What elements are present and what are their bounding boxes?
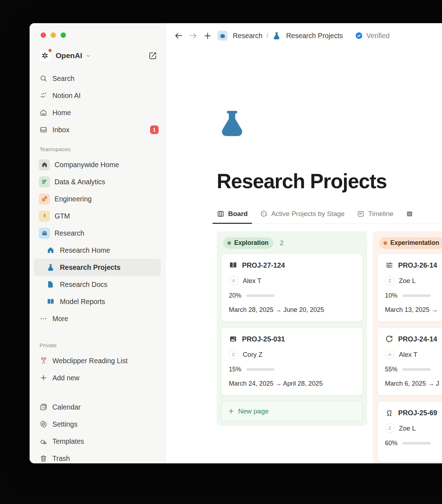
card-date-range: March 13, 2025 → — [385, 306, 442, 314]
new-page-button[interactable]: New page — [221, 401, 363, 421]
ellipsis-icon — [39, 315, 48, 323]
board-card[interactable]: PROJ-24-14 A Alex T 55% March 6, 2025 → … — [377, 327, 442, 396]
sidebar-item-label: Research Projects — [60, 263, 120, 272]
sidebar-item-notion-ai[interactable]: Notion AI — [30, 87, 165, 104]
plus-icon[interactable] — [203, 31, 212, 40]
refresh-icon — [385, 335, 394, 343]
progress-percent: 20% — [229, 292, 241, 299]
openai-logo — [39, 50, 51, 62]
plus-icon — [228, 408, 235, 415]
notion-window: OpenAI Search — [30, 23, 442, 463]
research-teamspace-icon[interactable] — [217, 31, 227, 41]
column-status-pill[interactable]: Experimentation — [379, 237, 442, 249]
progress-percent: 15% — [229, 366, 241, 373]
tab-label: Timeline — [368, 210, 394, 218]
inbox-unread-badge: 1 — [150, 125, 159, 134]
sidebar-item-home[interactable]: Home — [30, 104, 165, 121]
assignee-name: Zoe L — [399, 277, 416, 285]
sidebar-item-more[interactable]: More — [30, 310, 165, 327]
sidebar-item-settings[interactable]: Settings — [30, 416, 165, 433]
column-header: Experimentation — [379, 237, 442, 249]
avatar: Z — [385, 276, 395, 286]
status-dot — [227, 241, 231, 245]
sidebar-item-research-home[interactable]: Research Home — [34, 242, 161, 259]
card-title: PROJ-24-14 — [398, 335, 437, 343]
teamspace-label: GTM — [55, 212, 70, 220]
timeline-view-icon — [357, 210, 365, 218]
board-card[interactable]: PROJ-26-14 Z Zoe L 10% March 13, 2025 → — [377, 253, 442, 322]
progress-bar — [402, 442, 431, 444]
tab-timeline[interactable]: Timeline — [357, 210, 394, 223]
column-header: Exploration 2 — [223, 237, 361, 249]
board-column-experimentation: Experimentation PROJ-26 — [373, 231, 442, 463]
minimize-window-button[interactable] — [51, 32, 56, 38]
column-card-count: 2 — [280, 240, 283, 247]
tab-board[interactable]: Board — [217, 210, 248, 223]
sidebar-item-gtm[interactable]: GTM — [30, 207, 165, 225]
sidebar-item-label: Home — [52, 109, 71, 117]
page-title: Research Projects — [217, 169, 442, 193]
home-icon — [46, 246, 55, 254]
column-name: Exploration — [234, 239, 268, 247]
window-controls — [30, 32, 165, 38]
avatar: Z — [385, 423, 395, 433]
card-date-range: March 6, 2025 → J — [385, 380, 442, 387]
column-status-pill[interactable]: Exploration — [223, 237, 273, 249]
tab-label: Board — [228, 210, 248, 218]
breadcrumb-team[interactable]: Research — [233, 32, 262, 40]
card-title: PROJ-25-031 — [242, 335, 285, 343]
progress-percent: 10% — [385, 292, 397, 299]
teamspaces-section-label: Teamspaces — [30, 145, 165, 153]
sidebar-item-companywide-home[interactable]: Companywide Home — [30, 156, 165, 173]
sidebar-item-add-new[interactable]: Add new — [30, 369, 165, 386]
sidebar-item-research[interactable]: Research — [30, 225, 165, 242]
sidebar-item-label: Templates — [52, 437, 84, 446]
sidebar-item-engineering[interactable]: Engineering — [30, 190, 165, 207]
verified-label: Verified — [366, 32, 390, 40]
svg-text:3: 3 — [42, 406, 44, 409]
tab-active-projects-by-stage[interactable]: Active Projects by Stage — [260, 210, 345, 223]
board-card[interactable]: PROJ-25-69 Z Zoe L 60% — [377, 401, 442, 462]
rocket-icon — [39, 211, 50, 222]
teamspace-label: Research — [55, 229, 84, 237]
sidebar-item-webclipper-reading-list[interactable]: Webclipper Reading List — [30, 352, 165, 369]
sidebar-item-templates[interactable]: Templates — [30, 433, 165, 450]
image-icon — [229, 335, 237, 343]
keyhole-icon — [385, 408, 394, 417]
sidebar-item-model-reports[interactable]: Model Reports — [34, 293, 161, 310]
sidebar-item-label: Webclipper Reading List — [52, 357, 128, 365]
sidebar-item-search[interactable]: Search — [30, 70, 165, 87]
page-flask-icon[interactable] — [217, 107, 442, 139]
tab-calendar-view[interactable] — [406, 210, 413, 223]
sidebar-item-label: Calendar — [52, 403, 81, 411]
assignee-name: Zoe L — [399, 425, 416, 432]
breadcrumb-page[interactable]: Research Projects — [286, 32, 343, 40]
card-date-range: March 28, 2025 → June 20, 2025 — [229, 306, 355, 314]
stage-cycle-icon — [260, 210, 268, 218]
forward-arrow-icon[interactable] — [189, 31, 198, 40]
sidebar-item-label: Research Docs — [60, 281, 107, 289]
progress-bar — [246, 294, 274, 297]
teamspace-label: Companywide Home — [55, 161, 119, 169]
board-card[interactable]: PROJ-27-124 A Alex T 20% March 28, 2025 … — [221, 253, 363, 322]
breadcrumb-separator: / — [266, 32, 268, 40]
shapes-icon — [39, 437, 48, 445]
back-arrow-icon[interactable] — [174, 31, 183, 40]
avatar: C — [229, 350, 238, 359]
compose-icon[interactable] — [148, 51, 157, 60]
card-title: PROJ-25-69 — [398, 409, 437, 417]
close-window-button[interactable] — [41, 32, 46, 38]
sidebar-item-label: Model Reports — [60, 298, 105, 306]
sidebar-item-research-docs[interactable]: Research Docs — [34, 276, 161, 293]
sidebar-item-trash[interactable]: Trash — [30, 450, 165, 463]
sidebar-item-calendar[interactable]: 3 Calendar — [30, 398, 165, 416]
zoom-window-button[interactable] — [61, 32, 66, 38]
sidebar-item-research-projects[interactable]: Research Projects — [34, 259, 161, 276]
sidebar-item-data-analytics[interactable]: Data & Analytics — [30, 173, 165, 190]
sidebar-item-label: More — [52, 315, 68, 323]
board-card[interactable]: PROJ-25-031 C Cory Z 15% March 24, 2025 … — [221, 327, 363, 396]
companywide-home-icon — [39, 159, 50, 170]
sidebar-item-inbox[interactable]: Inbox 1 — [30, 121, 165, 138]
workspace-switcher[interactable]: OpenAI — [30, 48, 165, 63]
sidebar-item-label: Search — [52, 74, 74, 83]
